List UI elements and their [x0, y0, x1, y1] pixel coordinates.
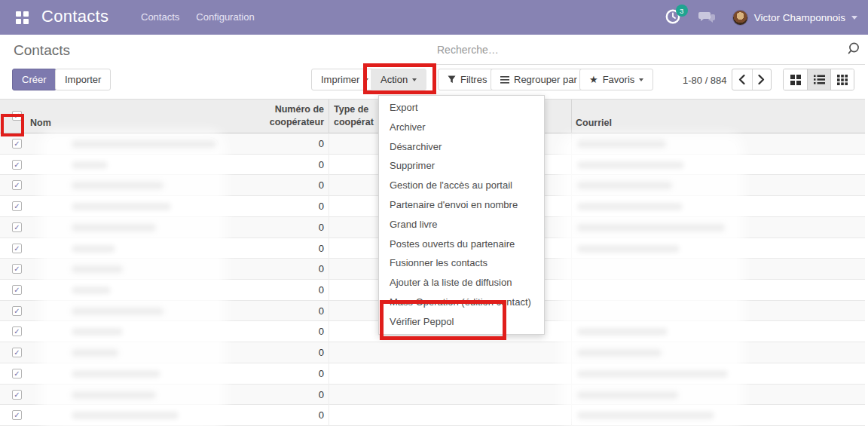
coop-number-cell: 0 — [249, 368, 324, 379]
coop-number-cell: 0 — [249, 263, 324, 274]
table-row[interactable]: ✓0 — [0, 342, 865, 363]
select-all-checkbox[interactable]: ✓ — [12, 111, 22, 121]
row-checkbox[interactable]: ✓ — [12, 201, 22, 211]
menu-item-archiver[interactable]: Archiver — [379, 118, 544, 137]
kanban-icon — [790, 75, 801, 85]
menu-item-ajouter-a-la-liste-de-diffusion[interactable]: Ajouter à la liste de diffusion — [379, 273, 544, 293]
row-checkbox[interactable]: ✓ — [12, 285, 22, 295]
menu-item-verifier-peppol[interactable]: Vérifier Peppol — [379, 312, 544, 332]
menu-item-mass-operation-edition-contact[interactable]: Mass Operation (édition contact) — [379, 293, 544, 312]
row-checkbox[interactable]: ✓ — [12, 306, 22, 316]
control-panel-top: Contacts — [0, 35, 868, 68]
menu-item-gestion-de-l-acces-au-portail[interactable]: Gestion de l'accès au portail — [379, 176, 544, 195]
coop-number-cell: 0 — [249, 243, 324, 254]
user-avatar — [732, 10, 748, 26]
coop-number-cell: 0 — [249, 159, 324, 170]
coop-number-cell: 0 — [249, 284, 324, 296]
app-title: Contacts — [41, 7, 108, 26]
table-row[interactable]: ✓0 — [0, 363, 865, 385]
menu-item-partenaire-d-envoi-en-nombre[interactable]: Partenaire d'envoi en nombre — [379, 195, 544, 215]
blurred-email — [577, 349, 662, 357]
blurred-name — [72, 265, 123, 273]
blurred-email — [577, 370, 728, 378]
blurred-name — [72, 308, 164, 315]
column-divider — [571, 133, 572, 426]
menu-item-desarchiver[interactable]: Désarchiver — [379, 137, 544, 157]
user-menu[interactable]: Victor Champonnois — [732, 10, 857, 26]
contacts-app-window: Contacts Contacts Configuration 3 — [0, 0, 868, 426]
list-icon — [814, 75, 825, 84]
blurred-email — [577, 161, 684, 169]
row-checkbox[interactable]: ✓ — [12, 410, 22, 420]
pager-next-button[interactable] — [752, 69, 772, 90]
column-header-nom[interactable]: Nom — [30, 118, 51, 128]
grid-icon — [837, 75, 848, 85]
blurred-email — [577, 182, 672, 189]
blurred-name — [72, 370, 160, 378]
coop-number-cell: 0 — [249, 201, 324, 212]
table-row[interactable]: ✓0 — [0, 385, 865, 406]
row-checkbox[interactable]: ✓ — [12, 222, 22, 232]
search-icon[interactable] — [848, 41, 862, 56]
funnel-icon — [448, 75, 456, 84]
table-row[interactable]: ✓0 — [0, 405, 865, 426]
menu-item-supprimer[interactable]: Supprimer — [379, 156, 544, 176]
control-panel-buttons: Créer Importer Imprimer Action Filtres R… — [0, 68, 868, 93]
kanban-view-button[interactable] — [784, 69, 807, 90]
row-checkbox[interactable]: ✓ — [12, 139, 22, 149]
menu-item-export[interactable]: Export — [379, 98, 544, 118]
favorites-button[interactable]: ★ Favoris — [579, 69, 653, 90]
pager-previous-button[interactable] — [732, 69, 752, 90]
blurred-name — [72, 287, 111, 294]
row-checkbox[interactable]: ✓ — [12, 264, 22, 274]
import-button[interactable]: Importer — [55, 69, 111, 90]
search-bar — [433, 35, 865, 65]
blurred-name — [72, 224, 156, 231]
menu-item-fusionner-les-contacts[interactable]: Fusionner les contacts — [379, 253, 544, 273]
blurred-name — [72, 412, 179, 419]
row-checkbox[interactable]: ✓ — [12, 244, 22, 253]
column-divider — [329, 100, 329, 133]
coop-number-cell: 0 — [249, 179, 324, 191]
blurred-name — [72, 140, 216, 148]
messages-menu[interactable] — [698, 11, 717, 24]
coop-number-cell: 0 — [249, 138, 324, 149]
action-button[interactable]: Action — [371, 69, 426, 90]
apps-menu-icon[interactable] — [16, 11, 29, 24]
column-header-type-de-cooperateur[interactable]: Type de coopérat — [334, 103, 381, 130]
blurred-name — [72, 245, 115, 253]
row-checkbox[interactable]: ✓ — [12, 348, 22, 357]
search-input[interactable] — [437, 39, 829, 60]
nav-item-contacts[interactable]: Contacts — [141, 11, 179, 23]
chat-bubbles-icon — [698, 11, 717, 24]
activity-menu[interactable]: 3 — [665, 8, 683, 26]
create-button[interactable]: Créer — [12, 69, 57, 90]
menu-item-grand-livre[interactable]: Grand livre — [379, 215, 544, 234]
row-checkbox[interactable]: ✓ — [12, 160, 22, 170]
list-view-button[interactable] — [807, 69, 830, 90]
row-checkbox[interactable]: ✓ — [12, 180, 22, 190]
activity-count-badge: 3 — [676, 5, 688, 17]
blurred-email — [577, 412, 714, 419]
coop-number-cell: 0 — [249, 222, 324, 233]
print-button[interactable]: Imprimer — [311, 69, 378, 90]
star-icon: ★ — [589, 75, 598, 84]
group-by-lines-icon — [500, 76, 509, 84]
nav-item-configuration[interactable]: Configuration — [196, 11, 254, 23]
user-name: Victor Champonnois — [754, 12, 845, 23]
chevron-down-icon — [851, 16, 857, 20]
blurred-name — [72, 203, 171, 210]
row-checkbox[interactable]: ✓ — [12, 326, 22, 336]
column-header-numero-de-cooperateur[interactable]: Numéro de coopérateur — [249, 103, 324, 129]
row-checkbox[interactable]: ✓ — [12, 390, 22, 400]
blurred-name — [72, 161, 108, 169]
blurred-email — [577, 203, 683, 210]
blurred-email — [577, 328, 668, 336]
topbar-nav: Contacts Configuration — [141, 11, 255, 23]
column-header-courriel[interactable]: Courriel — [576, 118, 612, 128]
row-checkbox[interactable]: ✓ — [12, 369, 22, 378]
grid-view-button[interactable] — [830, 69, 854, 90]
blurred-email — [577, 224, 725, 231]
breadcrumb[interactable]: Contacts — [14, 42, 70, 59]
menu-item-postes-ouverts-du-partenaire[interactable]: Postes ouverts du partenaire — [379, 234, 544, 254]
